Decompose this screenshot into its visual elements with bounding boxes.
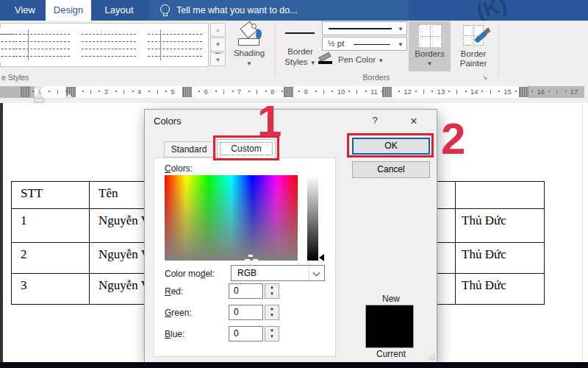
borders-button[interactable]: Borders ▼ xyxy=(409,21,451,71)
scrollbar-edge[interactable] xyxy=(582,103,583,362)
current-label: Current xyxy=(352,349,430,359)
green-stepper[interactable]: ▲▼ xyxy=(265,305,279,320)
status-bar xyxy=(0,362,588,368)
group-divider xyxy=(498,23,499,77)
ruler-number: 7 xyxy=(237,88,241,96)
ruler-tick xyxy=(431,91,433,92)
ok-button[interactable]: OK xyxy=(352,138,430,155)
chevron-down-icon: ▼ xyxy=(378,57,384,64)
table-cell[interactable]: Thủ Đức xyxy=(456,209,545,243)
gallery-scroll-down-button[interactable]: ▼ xyxy=(210,38,226,52)
table-style-thumbnail[interactable] xyxy=(82,28,136,62)
table-style-thumbnail[interactable] xyxy=(0,28,15,62)
ruler-table-column-marker[interactable] xyxy=(182,87,192,97)
green-label: Green: xyxy=(165,308,192,318)
ruler-tick xyxy=(57,90,58,94)
table-cell[interactable]: 1 xyxy=(12,209,90,243)
ruler-tick xyxy=(298,91,300,92)
hanging-indent-marker[interactable] xyxy=(35,93,43,98)
help-icon[interactable]: ? xyxy=(367,115,383,126)
brush-icon xyxy=(474,31,487,43)
tab-design[interactable]: Design xyxy=(46,0,91,21)
tell-me-text[interactable]: Tell me what you want to do... xyxy=(176,0,298,21)
tab-standard[interactable]: Standard xyxy=(164,141,214,158)
pen-color-icon xyxy=(319,54,331,62)
color-model-select[interactable]: RGB xyxy=(231,265,325,281)
ruler-table-column-marker[interactable] xyxy=(519,87,528,97)
ruler-tick xyxy=(265,91,267,92)
ruler-tick xyxy=(82,91,84,92)
combo-chevron-box[interactable] xyxy=(309,266,324,280)
red-input[interactable]: 0 xyxy=(229,283,263,299)
table-styles-gallery[interactable] xyxy=(0,23,209,67)
chevron-down-icon: ▼ xyxy=(398,26,404,32)
ruler-tick xyxy=(223,90,224,94)
table-cell[interactable]: 2 xyxy=(12,243,90,274)
line-style-dropdown[interactable]: ▼ xyxy=(322,21,407,35)
ruler-tick xyxy=(398,91,400,92)
blue-label: Blue: xyxy=(165,329,184,339)
ruler-number: 8 xyxy=(270,88,274,96)
gradient-cursor xyxy=(245,259,250,261)
ribbon: ▲ ▼ ▼ Shading ▼ Border Styles ▼ ▼ ½ pt ▼ xyxy=(0,21,588,85)
dialog-title: Colors xyxy=(154,116,182,127)
ruler-number: 4 xyxy=(137,88,141,96)
ruler-tick xyxy=(456,90,457,94)
ruler-tick xyxy=(348,91,350,92)
ruler-number: 16 xyxy=(537,88,545,96)
shading-button[interactable]: Shading ▼ xyxy=(229,22,269,82)
blue-input[interactable]: 0 xyxy=(229,326,263,342)
ruler-number: 9 xyxy=(304,88,307,96)
tab-layout[interactable]: Layout xyxy=(94,0,144,21)
table-style-thumbnail[interactable] xyxy=(15,28,70,62)
gallery-scroll-up-button[interactable]: ▲ xyxy=(210,23,226,37)
ruler-tick xyxy=(515,91,517,92)
table-header-cell[interactable]: STT xyxy=(12,182,90,209)
luminance-slider-arrow[interactable] xyxy=(319,254,324,261)
dialog-launcher-icon[interactable]: ↘ xyxy=(482,74,488,81)
table-cell[interactable]: Thủ Đức xyxy=(456,274,545,305)
ruler-tick xyxy=(498,91,500,92)
gallery-more-button[interactable]: ▼ xyxy=(210,52,226,66)
ruler-tick xyxy=(98,91,100,92)
table-cell[interactable]: 3 xyxy=(12,274,90,305)
blue-stepper[interactable]: ▲▼ xyxy=(265,326,279,342)
ruler-number: 10 xyxy=(337,88,345,96)
ruler-tick xyxy=(248,91,250,92)
table-cell[interactable]: Thủ Đức xyxy=(456,243,545,274)
ruler-tick xyxy=(123,90,124,94)
pen-color-button[interactable]: Pen Color ▼ xyxy=(318,52,398,70)
color-gradient-picker[interactable] xyxy=(165,175,298,261)
new-color-swatch xyxy=(365,305,414,348)
line-weight-dropdown[interactable]: ½ pt ▼ xyxy=(322,37,407,51)
ruler: 1234567891011121314151617 xyxy=(0,85,588,103)
dialog-titlebar[interactable]: Colors ? × xyxy=(145,110,437,133)
luminance-slider[interactable] xyxy=(307,175,318,261)
ruler-tick xyxy=(157,90,158,94)
table-style-thumbnail[interactable] xyxy=(148,28,202,62)
cell-indent-marker[interactable] xyxy=(65,93,74,99)
ruler-table-column-marker[interactable] xyxy=(382,87,392,97)
ruler-tick xyxy=(531,91,533,92)
table-header-cell[interactable] xyxy=(456,182,545,209)
red-stepper[interactable]: ▲▼ xyxy=(265,283,279,299)
ruler-number: 3 xyxy=(104,88,108,96)
tab-view[interactable]: View xyxy=(6,0,44,21)
ribbon-tab-bar: View Design Layout Tell me what you want… xyxy=(0,0,588,21)
chevron-down-icon: ▼ xyxy=(409,60,451,67)
tab-custom[interactable]: Custom xyxy=(217,139,276,158)
cancel-button[interactable]: Cancel xyxy=(352,161,430,178)
left-indent-marker[interactable] xyxy=(35,99,43,102)
borders-grid-icon xyxy=(418,24,442,48)
ruler-number: 5 xyxy=(171,88,174,96)
ruler-table-column-marker[interactable] xyxy=(21,87,30,97)
table-styles-group-label: e Styles xyxy=(1,73,29,82)
border-painter-button[interactable]: Border Painter xyxy=(453,21,494,71)
first-line-indent-marker[interactable] xyxy=(35,86,43,91)
ruler-table-column-marker[interactable] xyxy=(284,87,293,97)
ruler-number: 11 xyxy=(370,88,378,96)
green-input[interactable]: 0 xyxy=(229,305,263,320)
close-icon[interactable]: × xyxy=(404,113,424,130)
ruler-tick xyxy=(331,91,333,92)
lightbulb-icon xyxy=(160,4,170,14)
